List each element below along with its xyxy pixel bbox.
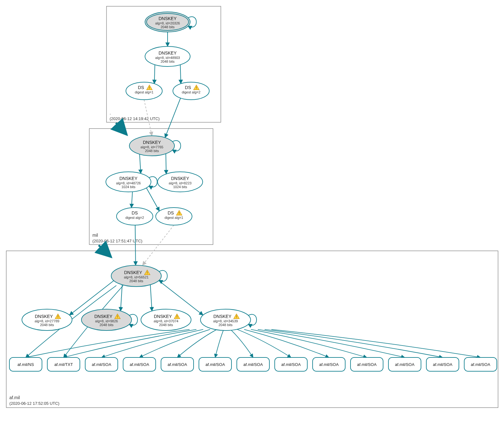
node-mil_ds1-sub1: digest alg=1 bbox=[164, 216, 183, 219]
node-af_k2-sub2: 2048 bits bbox=[100, 323, 114, 327]
node-root_ksk-sub1: alg=8, id=20326 bbox=[155, 21, 180, 25]
node-mil_ds1-title: DS bbox=[168, 210, 174, 215]
record-11-label: af.mil/SOA bbox=[433, 362, 452, 367]
node-mil_k1-sub1: alg=8, id=48726 bbox=[116, 181, 141, 185]
node-mil_ksk-sub2: 2048 bits bbox=[145, 149, 159, 153]
record-7[interactable]: af.mil/SOA bbox=[275, 357, 307, 371]
zone-af-ts: (2020-06-12 17:52:05 UTC) bbox=[9, 401, 60, 406]
record-1[interactable]: af.mil/TXT bbox=[47, 357, 80, 371]
node-af_ksk-sub1: alg=8, id=56521 bbox=[124, 275, 149, 279]
node-af_k2-title: DNSKEY bbox=[94, 314, 112, 319]
node-af_k3-sub1: alg=8, id=37074 bbox=[154, 319, 179, 323]
record-0-label: af.mil/NS bbox=[18, 362, 34, 367]
node-root_ds2[interactable]: DSdigest alg=2! bbox=[173, 82, 209, 100]
node-af_k1[interactable]: DNSKEYalg=8, id=277892048 bits! bbox=[22, 309, 72, 330]
record-2-label: af.mil/SOA bbox=[92, 362, 111, 367]
dnssec-graph: . (2020-06-12 14:19:42 UTC) mil (2020-06… bbox=[3, 3, 501, 425]
zone-mil-name: mil bbox=[92, 233, 98, 238]
zone-root-name: . bbox=[110, 110, 111, 115]
record-2[interactable]: af.mil/SOA bbox=[85, 357, 118, 371]
svg-text:!: ! bbox=[57, 315, 59, 319]
node-root_ds1-title: DS bbox=[138, 85, 144, 90]
node-mil_k1-sub2: 1024 bits bbox=[122, 185, 136, 189]
record-0[interactable]: af.mil/NS bbox=[9, 357, 42, 371]
record-11[interactable]: af.mil/SOA bbox=[426, 357, 459, 371]
record-6[interactable]: af.mil/SOA bbox=[237, 357, 269, 371]
node-af_k1-sub2: 2048 bits bbox=[40, 323, 54, 327]
node-af_k2[interactable]: DNSKEYalg=8, id=98262048 bits! bbox=[81, 309, 132, 330]
svg-text:!: ! bbox=[176, 315, 178, 319]
svg-text:!: ! bbox=[196, 86, 197, 90]
node-root_ksk-title: DNSKEY bbox=[158, 16, 177, 21]
node-af_k1-title: DNSKEY bbox=[35, 314, 53, 319]
zone-root-ts: (2020-06-12 14:19:42 UTC) bbox=[110, 116, 160, 121]
node-mil_k2[interactable]: DNSKEYalg=8, id=82231024 bits bbox=[158, 172, 203, 192]
svg-text:!: ! bbox=[179, 211, 180, 215]
node-af_k1-sub1: alg=8, id=27789 bbox=[35, 319, 60, 323]
record-3-label: af.mil/SOA bbox=[130, 362, 149, 367]
record-4-label: af.mil/SOA bbox=[168, 362, 187, 367]
node-af_ksk-title: DNSKEY bbox=[124, 270, 142, 275]
node-af_k2-sub1: alg=8, id=9826 bbox=[95, 319, 118, 323]
node-af_k4-sub1: alg=8, id=34539 bbox=[213, 319, 238, 323]
record-10[interactable]: af.mil/SOA bbox=[388, 357, 421, 371]
node-af_k3-title: DNSKEY bbox=[154, 314, 172, 319]
node-af_k4-sub2: 2048 bits bbox=[219, 323, 233, 327]
svg-text:!: ! bbox=[236, 315, 237, 319]
node-mil_k2-sub2: 1024 bits bbox=[173, 185, 187, 189]
node-mil_k2-title: DNSKEY bbox=[171, 176, 189, 181]
node-root_zsk-sub2: 2048 bits bbox=[161, 60, 175, 63]
zone-af-name: af.mil bbox=[9, 395, 20, 400]
node-af_k4[interactable]: DNSKEYalg=8, id=345392048 bits! bbox=[200, 309, 251, 330]
node-mil_ds2[interactable]: DSdigest alg=2 bbox=[117, 208, 153, 225]
node-af_k4-title: DNSKEY bbox=[213, 314, 231, 319]
record-5-label: af.mil/SOA bbox=[205, 362, 225, 367]
node-root_ds1[interactable]: DSdigest alg=1! bbox=[126, 82, 162, 100]
node-af_ksk-sub2: 2048 bits bbox=[129, 279, 143, 283]
record-12[interactable]: af.mil/SOA bbox=[464, 357, 497, 371]
node-mil_k1[interactable]: DNSKEYalg=8, id=487261024 bits bbox=[106, 172, 151, 192]
node-mil_k2-sub1: alg=8, id=8223 bbox=[169, 181, 192, 185]
node-mil_ds2-title: DS bbox=[132, 210, 138, 215]
record-7-label: af.mil/SOA bbox=[281, 362, 301, 367]
record-10-label: af.mil/SOA bbox=[395, 362, 414, 367]
node-af_k3-sub2: 2048 bits bbox=[159, 323, 173, 327]
node-root_ds1-sub1: digest alg=1 bbox=[135, 90, 153, 94]
node-af_ksk[interactable]: DNSKEYalg=8, id=565212048 bits! bbox=[111, 265, 161, 287]
record-5[interactable]: af.mil/SOA bbox=[199, 357, 231, 371]
node-root_zsk-sub1: alg=8, id=48903 bbox=[155, 56, 180, 60]
node-mil_ds2-sub1: digest alg=2 bbox=[125, 216, 144, 219]
zone-af: af.mil (2020-06-12 17:52:05 UTC) bbox=[6, 251, 498, 408]
node-mil_ksk-sub1: alg=8, id=7765 bbox=[141, 145, 164, 149]
node-root_ds2-title: DS bbox=[185, 85, 191, 90]
svg-rect-2 bbox=[6, 251, 498, 408]
node-root_ksk[interactable]: DNSKEYalg=8, id=203262048 bits bbox=[145, 12, 190, 32]
node-mil_ds1[interactable]: DSdigest alg=1! bbox=[156, 208, 192, 225]
node-root_ksk-sub2: 2048 bits bbox=[161, 25, 175, 29]
zone-mil-ts: (2020-06-12 17:51:47 UTC) bbox=[92, 239, 143, 243]
record-12-label: af.mil/SOA bbox=[471, 362, 490, 367]
svg-text:!: ! bbox=[149, 86, 150, 90]
record-3[interactable]: af.mil/SOA bbox=[123, 357, 156, 371]
node-root_zsk-title: DNSKEY bbox=[158, 50, 177, 55]
record-6-label: af.mil/SOA bbox=[243, 362, 263, 367]
node-mil_k1-title: DNSKEY bbox=[119, 176, 138, 181]
record-8[interactable]: af.mil/SOA bbox=[313, 357, 345, 371]
node-af_k3[interactable]: DNSKEYalg=8, id=370742048 bits! bbox=[141, 309, 191, 330]
svg-text:!: ! bbox=[147, 271, 148, 275]
node-mil_ksk-title: DNSKEY bbox=[143, 140, 161, 145]
record-8-label: af.mil/SOA bbox=[319, 362, 339, 367]
node-root_ds2-sub1: digest alg=2 bbox=[182, 90, 200, 94]
record-1-label: af.mil/TXT bbox=[54, 362, 73, 367]
svg-text:!: ! bbox=[117, 315, 118, 319]
record-9[interactable]: af.mil/SOA bbox=[351, 357, 383, 371]
node-root_zsk[interactable]: DNSKEYalg=8, id=489032048 bits bbox=[145, 46, 190, 66]
record-9-label: af.mil/SOA bbox=[357, 362, 377, 367]
record-4[interactable]: af.mil/SOA bbox=[161, 357, 194, 371]
node-mil_ksk[interactable]: DNSKEYalg=8, id=77652048 bits bbox=[129, 136, 174, 156]
